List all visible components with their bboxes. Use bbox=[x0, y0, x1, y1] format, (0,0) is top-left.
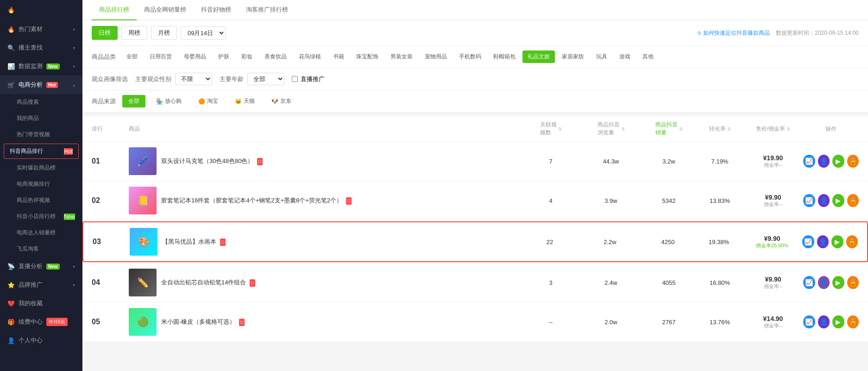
lock-btn[interactable]: 🔒 bbox=[847, 276, 859, 289]
btn-weekly[interactable]: 周榜 bbox=[121, 26, 147, 40]
product-table: 排行 商品 关联视频数 ⇅ 商品抖音浏览量 ⇅ 商品抖音销量 ⇅ 转化率 ⇅ bbox=[82, 116, 868, 342]
btn-daily[interactable]: 日榜 bbox=[92, 26, 118, 40]
sidebar-item-renewal[interactable]: 🎁 续费中心 年付6折 bbox=[0, 313, 82, 331]
sidebar-item-ecommerce[interactable]: 🛒 电商分析 Hot ▴ bbox=[0, 75, 82, 94]
date-select[interactable]: 09月14日 bbox=[181, 26, 226, 40]
sidebar-label-data-monitor: 数据监测 bbox=[19, 62, 43, 70]
tiktok-sales-value: 4250 bbox=[640, 239, 696, 245]
lock-btn[interactable]: 🔒 bbox=[846, 235, 858, 248]
lock-btn[interactable]: 🔒 bbox=[847, 155, 859, 168]
sidebar-item-brand-promo[interactable]: ⭐ 品牌推广 ▾ bbox=[0, 276, 82, 294]
sidebar-label-favorites: 我的收藏 bbox=[19, 299, 43, 308]
cat-toys[interactable]: 玩具 bbox=[591, 50, 612, 63]
video-btn[interactable]: ▶ bbox=[832, 194, 844, 207]
video-btn[interactable]: ▶ bbox=[831, 235, 843, 248]
table-header: 排行 商品 关联视频数 ⇅ 商品抖音浏览量 ⇅ 商品抖音销量 ⇅ 转化率 ⇅ bbox=[82, 116, 868, 142]
sidebar-item-hot-material[interactable]: 🔥 热门素材 ▾ bbox=[0, 20, 82, 38]
tab-tiktok-good[interactable]: 抖音好物榜 bbox=[194, 0, 239, 20]
age-select[interactable]: 全部 bbox=[247, 73, 284, 85]
help-link[interactable]: ⊙ 如何快速定位抖音爆款商品 bbox=[697, 30, 770, 36]
cat-gifts[interactable]: 礼品文娱 bbox=[522, 50, 555, 63]
sidebar: 🔥 🔥 热门素材 ▾ 🔍 播主查找 ▾ 📊 数据监测 New ▾ bbox=[0, 0, 82, 371]
person-icon: 👤 bbox=[7, 337, 15, 344]
cat-pets[interactable]: 宠物用品 bbox=[420, 50, 452, 63]
product-name: 米小圆-橡皮（多规格可选） □ bbox=[161, 318, 245, 326]
sidebar-sub-ecom-video-rank[interactable]: 电商视频排行 bbox=[0, 176, 82, 192]
video-btn[interactable]: ▶ bbox=[832, 155, 844, 168]
tab-product-rank[interactable]: 商品排行榜 bbox=[92, 0, 137, 20]
sidebar-item-favorites[interactable]: ❤️ 我的收藏 bbox=[0, 294, 82, 313]
lock-btn[interactable]: 🔒 bbox=[847, 315, 859, 328]
user-btn[interactable]: 👤 bbox=[818, 155, 830, 168]
cat-other[interactable]: 其他 bbox=[637, 50, 659, 63]
live-promo-checkbox[interactable] bbox=[292, 76, 298, 82]
chart-btn[interactable]: 📈 bbox=[802, 235, 814, 248]
source-all[interactable]: 全部 bbox=[122, 95, 145, 107]
sidebar-sub-label: 商品搜索 bbox=[17, 98, 39, 106]
price-cell: ¥14.90 佣金率-- bbox=[743, 315, 803, 329]
sidebar-sub-kol-sales[interactable]: 电商达人销量榜 bbox=[0, 225, 82, 241]
sidebar-sub-product-rank[interactable]: 抖音商品排行 Hot bbox=[4, 144, 79, 159]
user-btn[interactable]: 👤 bbox=[817, 235, 829, 248]
tiktok-views-value: 2.0w bbox=[581, 319, 641, 326]
cat-clothing[interactable]: 男装女装 bbox=[385, 50, 418, 63]
chart-btn[interactable]: 📈 bbox=[803, 276, 815, 289]
col-price[interactable]: 售价/佣金率 ⇅ bbox=[743, 125, 803, 133]
user-btn[interactable]: 👤 bbox=[818, 194, 830, 207]
platform-badge: □ bbox=[257, 158, 263, 165]
sort-icon: ⇅ bbox=[727, 126, 731, 132]
cat-jewelry[interactable]: 珠宝配饰 bbox=[351, 50, 384, 63]
sidebar-sub-taobao[interactable]: 飞瓜淘客 bbox=[0, 241, 82, 257]
source-fangxingou[interactable]: 🏪 放心购 bbox=[150, 95, 188, 107]
cat-baby[interactable]: 母婴用品 bbox=[179, 50, 211, 63]
sidebar-sub-product-search[interactable]: 商品搜索 bbox=[0, 94, 82, 110]
sidebar-sub-product-review[interactable]: 商品热评视频 bbox=[0, 192, 82, 208]
sidebar-label-brand-promo: 品牌推广 bbox=[19, 281, 43, 289]
sidebar-sub-my-products[interactable]: 我的商品 bbox=[0, 110, 82, 126]
cat-luggage[interactable]: 鞋帽箱包 bbox=[488, 50, 521, 63]
chart-btn[interactable]: 📈 bbox=[803, 194, 815, 207]
sidebar-item-anchor-search[interactable]: 🔍 播主查找 ▾ bbox=[0, 38, 82, 57]
chart-btn[interactable]: 📈 bbox=[803, 315, 815, 328]
sort-icon: ⇅ bbox=[558, 126, 562, 132]
cat-digital[interactable]: 手机数码 bbox=[454, 50, 486, 63]
col-tiktok-views[interactable]: 商品抖音浏览量 ⇅ bbox=[581, 121, 641, 137]
cat-all[interactable]: 全部 bbox=[121, 50, 143, 63]
col-tiktok-sales[interactable]: 商品抖音销量 ⇅ bbox=[641, 121, 697, 137]
cat-daily[interactable]: 日用百货 bbox=[145, 50, 177, 63]
cat-makeup[interactable]: 彩妆 bbox=[236, 50, 258, 63]
category-row: 商品品类 全部 日用百货 母婴用品 护肤 彩妆 美食饮品 花鸟绿植 书籍 珠宝配… bbox=[82, 46, 868, 68]
cat-books[interactable]: 书籍 bbox=[328, 50, 349, 63]
user-btn[interactable]: 👤 bbox=[818, 315, 830, 328]
btn-monthly[interactable]: 月榜 bbox=[151, 26, 177, 40]
tab-taobao-promo[interactable]: 淘客推广排行榜 bbox=[239, 0, 296, 20]
col-conversion[interactable]: 转化率 ⇅ bbox=[697, 125, 743, 133]
sidebar-sub-realtime-rank[interactable]: 实时爆款商品榜 bbox=[0, 160, 82, 176]
conversion-value: 7.19% bbox=[697, 158, 743, 165]
related-videos-value: 7 bbox=[521, 158, 581, 165]
sidebar-sub-tiktok-shop[interactable]: 抖音小店排行榜 New bbox=[0, 208, 82, 225]
rank-num: 03 bbox=[93, 238, 130, 246]
cat-food[interactable]: 美食饮品 bbox=[259, 50, 292, 63]
cat-plants[interactable]: 花鸟绿植 bbox=[294, 50, 326, 63]
source-taobao[interactable]: 🟠 淘宝 bbox=[192, 95, 224, 107]
cat-home[interactable]: 家居家纺 bbox=[557, 50, 589, 63]
video-btn[interactable]: ▶ bbox=[832, 276, 844, 289]
price-cell: ¥9.90 佣金率-- bbox=[743, 276, 803, 290]
tab-all-network[interactable]: 商品全网销量榜 bbox=[137, 0, 194, 20]
cat-games[interactable]: 游戏 bbox=[614, 50, 635, 63]
lock-btn[interactable]: 🔒 bbox=[847, 194, 859, 207]
table-row: 05 🟢 米小圆-橡皮（多规格可选） □ -- 2.0w 2767 13.76%… bbox=[82, 302, 868, 342]
sidebar-item-data-monitor[interactable]: 📊 数据监测 New ▾ bbox=[0, 57, 82, 75]
source-jd[interactable]: 🐶 京东 bbox=[265, 95, 297, 107]
gender-select[interactable]: 不限 bbox=[175, 73, 212, 85]
sidebar-sub-hot-videos[interactable]: 热门带货视频 bbox=[0, 126, 82, 143]
sidebar-item-live-analysis[interactable]: 📡 直播分析 New ▾ bbox=[0, 257, 82, 276]
video-btn[interactable]: ▶ bbox=[832, 315, 844, 328]
user-btn[interactable]: 👤 bbox=[818, 276, 830, 289]
chart-btn[interactable]: 📈 bbox=[803, 155, 815, 168]
col-related-videos[interactable]: 关联视频数 ⇅ bbox=[521, 121, 581, 137]
cat-skincare[interactable]: 护肤 bbox=[213, 50, 234, 63]
sidebar-item-personal[interactable]: 👤 个人中心 bbox=[0, 331, 82, 350]
source-tmall[interactable]: 🐱 天猫 bbox=[229, 95, 261, 107]
